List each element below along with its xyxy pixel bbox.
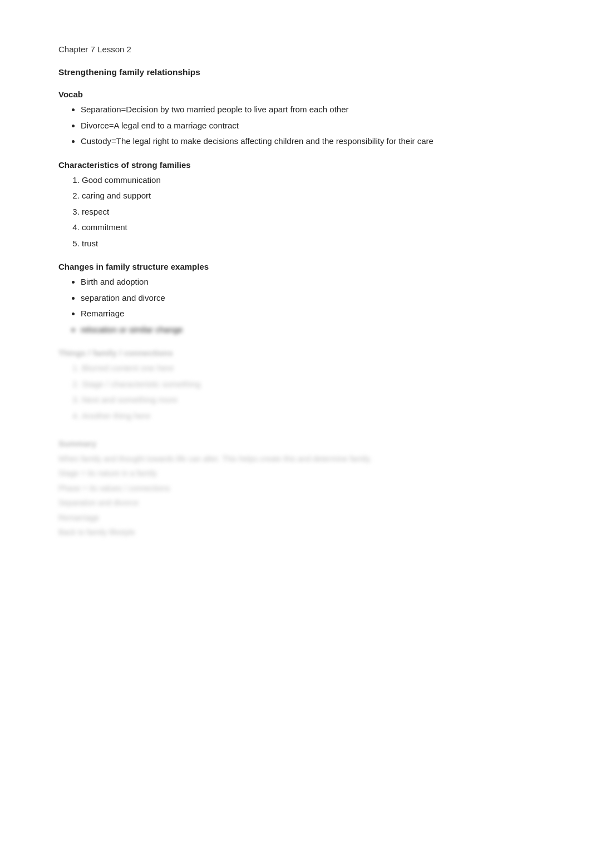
list-item: Good communication: [82, 174, 445, 187]
list-item: relocation or similar change: [81, 324, 445, 336]
list-item: Divorce=A legal end to a marriage contra…: [81, 120, 445, 132]
section-heading: Strengthening family relationships: [58, 67, 445, 77]
list-item: trust: [82, 237, 445, 250]
changes-list: Birth and adoption separation and divorc…: [58, 276, 445, 336]
blurred-section-heading: Things / family / connections: [58, 348, 445, 358]
blurred-summary-heading: Summary: [58, 439, 445, 448]
blurred-summary-paragraph: When family and thought towards life can…: [58, 453, 445, 465]
characteristics-heading: Characteristics of strong families: [58, 160, 445, 170]
list-item: separation and divorce: [81, 292, 445, 305]
blurred-numbered-list: Blurred content one here Stage / charact…: [58, 362, 445, 422]
changes-heading: Changes in family structure examples: [58, 262, 445, 271]
blurred-line-2: Phase = its values / connections: [58, 482, 445, 494]
vocab-heading: Vocab: [58, 90, 445, 99]
vocab-list: Separation=Decision by two married peopl…: [58, 103, 445, 148]
page-content: Chapter 7 Lesson 2 Strengthening family …: [0, 0, 501, 595]
list-item: Separation=Decision by two married peopl…: [81, 103, 445, 116]
list-item: Birth and adoption: [81, 276, 445, 289]
blurred-line-4: Remarriage: [58, 512, 445, 524]
list-item: respect: [82, 206, 445, 219]
list-item: Custody=The legal right to make decision…: [81, 135, 445, 148]
chapter-title: Chapter 7 Lesson 2: [58, 44, 445, 54]
list-item: Blurred content one here: [82, 362, 445, 375]
list-item: Remarriage: [81, 307, 445, 320]
list-item: caring and support: [82, 190, 445, 202]
characteristics-list: Good communication caring and support re…: [58, 174, 445, 250]
list-item: Stage / characteristic something: [82, 378, 445, 391]
blurred-line-3: Separation and divorce: [58, 497, 445, 509]
list-item: Another thing here: [82, 410, 445, 423]
list-item: commitment: [82, 221, 445, 234]
blurred-line-1: Stage = its nature in a family: [58, 467, 445, 479]
list-item: Next and something more: [82, 394, 445, 406]
blurred-line-5: Back to family lifestyle: [58, 526, 445, 538]
